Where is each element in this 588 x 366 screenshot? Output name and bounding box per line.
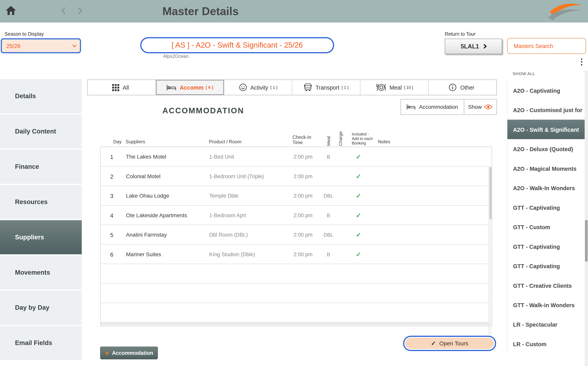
smiley-icon <box>239 83 247 92</box>
cell-included-checkmark[interactable]: ✓ <box>348 167 369 186</box>
table-vertical-scrollbar[interactable] <box>489 166 491 343</box>
tour-list-item[interactable]: GTT - Captivating <box>507 236 586 256</box>
tab-transport[interactable]: Transport[ 1 ] <box>292 80 361 95</box>
cell-product[interactable]: 1-Bedroom Unit (Triple) <box>209 167 264 186</box>
tour-code: 5LAL1 <box>461 43 479 50</box>
table-row-empty[interactable] <box>101 283 492 303</box>
table-row[interactable]: 3 Lake Ohau Lodge Temple Dble 2:00 pm DB… <box>101 186 492 206</box>
cell-checkin-time[interactable]: 2:00 pm <box>288 186 318 206</box>
tab-label: Accomm <box>180 84 204 91</box>
tour-list-item[interactable]: LR - Spectacular <box>507 315 586 334</box>
table-row[interactable]: 6 Mariner Suites KIng Studion (Dble) 2:0… <box>101 244 492 264</box>
cell-day: 1 <box>101 147 123 167</box>
return-to-tour-label: Return to Tour <box>445 31 475 37</box>
table-row-empty[interactable] <box>101 303 492 322</box>
col-header-included: Included - Add to each Booking <box>352 132 373 145</box>
cell-product[interactable]: Temple Dble <box>209 186 239 206</box>
table-row[interactable]: 2 Colonial Motel 1-Bedroom Unit (Triple)… <box>101 167 492 186</box>
cell-meal[interactable] <box>318 167 339 186</box>
cell-checkin-time[interactable]: 2:00 pm <box>288 167 318 186</box>
cell-product[interactable]: KIng Studion (Dble) <box>209 244 255 264</box>
tab-meal[interactable]: Meal[ 10 ] <box>361 80 429 95</box>
table-row[interactable]: 5 Anatini Farmstay Dbl Room (DBL) 2:00 p… <box>101 225 492 244</box>
show-button[interactable]: Show <box>464 99 497 114</box>
tour-list-item[interactable]: GTT - Walk-in Wonders <box>507 295 586 315</box>
tour-list-item[interactable]: GTT - Creative Clients <box>507 276 586 295</box>
cell-supplier[interactable]: Anatini Farmstay <box>126 225 167 244</box>
cell-checkin-time[interactable]: 2:00 pm <box>288 225 318 244</box>
tour-list-item[interactable]: GTT - Captivating <box>507 256 586 276</box>
cell-checkin-time[interactable]: 2:00 pm <box>288 147 318 167</box>
tour-list-item[interactable]: A2O - Deluxe (Quoted) <box>507 139 586 159</box>
section-title: ACCOMMODATION <box>162 106 244 115</box>
kebab-menu-icon[interactable]: ⋮ <box>577 57 586 67</box>
tour-list-item[interactable]: A2O - Magical Moments <box>507 159 586 178</box>
sidebar-item-movements[interactable]: Movements <box>0 255 82 290</box>
cell-supplier[interactable]: The Lakes Motel <box>126 147 166 167</box>
table-row[interactable]: 1 The Lakes Motel 1-Bed Unit 2:00 pm B ✓ <box>101 147 492 167</box>
tab-all[interactable]: All <box>88 80 156 95</box>
tour-list-item[interactable]: GTT - Captivating <box>507 198 586 217</box>
sidebar-item-suppliers[interactable]: Suppliers <box>0 220 82 254</box>
cell-checkin-time[interactable]: 2:00 pm <box>288 244 318 264</box>
cell-product[interactable]: Dbl Room (DBL) <box>209 225 248 244</box>
tour-list-item[interactable]: A2O - Customised just for <box>507 100 586 120</box>
season-select[interactable]: 25/26 <box>1 38 81 53</box>
tab-count: [ 6 ] <box>206 85 213 90</box>
scrollbar-thumb[interactable] <box>585 220 588 262</box>
sidebar-item-daily-content[interactable]: Daily Content <box>0 114 82 149</box>
cell-included-checkmark[interactable]: ✓ <box>348 147 369 167</box>
back-chevron-icon[interactable] <box>61 7 68 14</box>
cell-meal[interactable]: B <box>318 206 339 225</box>
tour-item-label: GTT - Walk-in Wonders <box>513 302 574 308</box>
cell-supplier[interactable]: Mariner Suites <box>126 244 161 264</box>
tab-label: Meal <box>389 84 402 91</box>
cell-day: 6 <box>101 244 123 264</box>
tour-list-item-selected[interactable]: A2O - Swift & Significant <box>507 120 586 139</box>
cell-supplier[interactable]: Lake Ohau Lodge <box>126 186 169 206</box>
table-row-empty[interactable] <box>101 264 492 283</box>
open-tours-button[interactable]: ✓ Open Tours <box>403 336 496 351</box>
cell-included-checkmark[interactable]: ✓ <box>348 206 369 225</box>
page-vertical-scrollbar[interactable] <box>585 71 588 366</box>
show-all-label[interactable]: SHOW ALL <box>513 71 535 76</box>
sidebar-item-email-fields[interactable]: Email Fields <box>0 326 82 360</box>
sidebar-item-details[interactable]: Details <box>0 79 82 113</box>
tour-list-item[interactable]: A2O - Captivating <box>507 81 586 100</box>
master-title-field[interactable]: [ AS ] - A2O - Swift & Significant - 25/… <box>140 37 334 53</box>
cell-included-checkmark[interactable]: ✓ <box>348 225 369 244</box>
cell-supplier[interactable]: Colonial Motel <box>126 167 160 186</box>
tour-list-item[interactable]: A2O - Walk-In Wonders <box>507 178 586 198</box>
cell-included-checkmark[interactable]: ✓ <box>348 186 369 206</box>
return-to-tour-button[interactable]: 5LAL1 <box>445 39 502 54</box>
tour-item-label: A2O - Walk-In Wonders <box>513 185 575 191</box>
add-accommodation-button[interactable]: + Accommodation <box>100 347 158 359</box>
table-horizontal-scrollbar[interactable] <box>100 324 492 326</box>
cell-supplier[interactable]: Ote Lakeside Apartments <box>126 206 187 225</box>
cell-meal[interactable]: B <box>318 147 339 167</box>
tour-list-item[interactable]: LR - Custom <box>507 334 586 354</box>
tab-other[interactable]: Other <box>429 80 497 95</box>
tour-list-item[interactable]: GTT - Custom <box>507 217 586 236</box>
cell-product[interactable]: 1-Bedroom Aprt <box>209 206 246 225</box>
sidebar-item-resources[interactable]: Resources <box>0 185 82 219</box>
cell-meal[interactable]: DBL <box>318 225 339 244</box>
cell-meal[interactable]: DBL <box>318 186 339 206</box>
tab-activity[interactable]: Activity[ 1 ] <box>224 80 292 95</box>
home-button[interactable] <box>5 5 17 17</box>
accommodation-view-button[interactable]: Accommodation <box>401 99 464 114</box>
sidebar-item-day-by-day[interactable]: Day by Day <box>0 291 82 325</box>
masters-search-button[interactable]: Masters Search <box>507 38 586 54</box>
forward-chevron-icon[interactable] <box>75 7 82 14</box>
scrollbar-thumb[interactable] <box>490 167 491 219</box>
cell-meal[interactable]: B <box>318 244 339 264</box>
tour-item-label: GTT - Captivating <box>513 204 560 211</box>
cell-included-checkmark[interactable]: ✓ <box>348 244 369 264</box>
sidebar-item-label: Suppliers <box>15 234 44 241</box>
cell-product[interactable]: 1-Bed Unit <box>209 147 234 167</box>
eye-icon <box>484 104 493 110</box>
cell-checkin-time[interactable]: 2:00 pm <box>288 206 318 225</box>
table-row[interactable]: 4 Ote Lakeside Apartments 1-Bedroom Aprt… <box>101 206 492 225</box>
sidebar-item-finance[interactable]: Finance <box>0 150 82 184</box>
tab-accomm[interactable]: Accomm[ 6 ] <box>156 80 224 95</box>
